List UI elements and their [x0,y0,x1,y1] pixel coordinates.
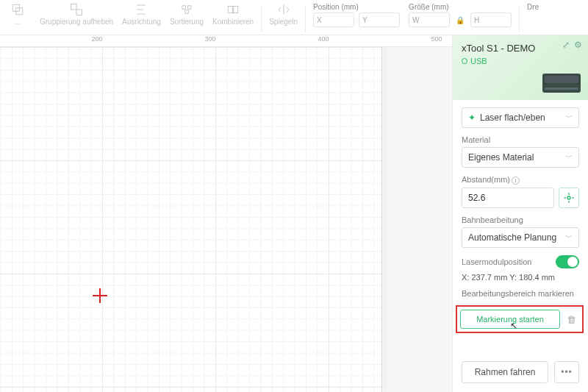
group-button[interactable]: ... [0,3,35,26]
rotate-group: Dre [523,3,543,13]
connection-status: USB [462,57,579,65]
settings-icon[interactable]: ⚙ [574,40,582,50]
canvas[interactable] [0,47,382,392]
laser-mode-select[interactable]: ✦ Laser flach/eben ﹀ [462,107,579,128]
ruler-tick: 400 [318,35,329,43]
svg-rect-7 [182,6,186,10]
module-coords: X: 237.7 mm Y: 180.4 mm [462,273,579,282]
mirror-button[interactable]: Spiegeln [265,3,302,26]
expand-icon[interactable]: ⤢ [562,40,570,50]
rotate-label: Dre [527,3,539,11]
align-label: Ausrichtung [122,18,161,26]
laser-icon: ✦ [468,113,476,123]
chevron-down-icon: ﹀ [565,152,573,163]
path-value: Automatische Planung [468,232,556,243]
ruler-tick: 500 [431,35,442,43]
sort-label: Sortierung [170,18,204,26]
material-value: Eigenes Material [468,152,534,163]
position-label: Position (mm) [313,3,359,11]
size-w-input[interactable]: W [409,13,450,27]
chevron-down-icon: ﹀ [565,113,573,123]
position-y-input[interactable]: Y [359,13,400,27]
device-card[interactable]: ⤢ ⚙ xTool S1 - DEMO USB [453,35,588,100]
svg-rect-8 [187,6,191,10]
module-pos-label: Lasermodulposition [462,257,531,266]
toolbar: ... Gruppierung aufheben Ausrichtung Sor… [0,0,588,35]
size-label: Größe (mm) [409,3,448,11]
size-h-input[interactable]: H [470,13,512,27]
frame-button[interactable]: Rahmen fahren [462,361,548,383]
path-select[interactable]: Automatische Planung ﹀ [462,227,579,248]
ruler-tick: 200 [91,35,102,43]
svg-rect-3 [76,10,82,15]
more-button[interactable]: ••• [554,361,579,383]
svg-rect-2 [71,4,77,10]
material-select[interactable]: Eigenes Material ﹀ [462,147,579,168]
svg-rect-9 [185,10,189,14]
lock-aspect-icon[interactable]: 🔒 [454,13,466,27]
align-button[interactable]: Ausrichtung [118,3,165,26]
device-image [542,74,581,93]
info-icon[interactable]: i [512,177,520,185]
material-label: Material [462,135,579,144]
sidebar: ⤢ ⚙ xTool S1 - DEMO USB ✦ Laser flach/eb… [452,35,588,392]
mark-area-label: Bearbeitungsbereich markieren [462,289,579,298]
size-group: Größe (mm) W 🔒 H [404,3,516,27]
ungroup-label: Gruppierung aufheben [40,18,113,26]
device-name: xTool S1 - DEMO [462,43,579,54]
ruler-tick: 300 [204,35,215,43]
group-label: ... [15,18,21,26]
delete-marking-button[interactable]: 🗑 [564,314,578,325]
module-pos-toggle[interactable] [556,255,579,268]
position-x-input[interactable]: X [313,13,354,27]
position-group: Position (mm) X Y [309,3,404,27]
ungroup-button[interactable]: Gruppierung aufheben [35,3,118,26]
sort-button[interactable]: Sortierung [165,3,208,26]
svg-point-12 [567,196,570,199]
combine-button[interactable]: Kombinieren [208,3,258,26]
distance-input[interactable]: 52.6 [462,188,554,208]
combine-label: Kombinieren [212,18,254,26]
path-label: Bahnbearbeitung [462,215,579,224]
start-marking-button[interactable]: Markierung starten ↖ [460,310,560,329]
canvas-area[interactable]: 200 300 400 500 [0,35,452,392]
mark-area-highlight: Markierung starten ↖ 🗑 [456,305,584,333]
ruler-horizontal: 200 300 400 500 [0,35,452,47]
mirror-label: Spiegeln [269,18,298,26]
distance-label: Abstand(mm)i [462,175,579,185]
chevron-down-icon: ﹀ [565,232,573,243]
autofocus-button[interactable] [559,188,579,208]
laser-mode-value: Laser flach/eben [480,113,545,123]
